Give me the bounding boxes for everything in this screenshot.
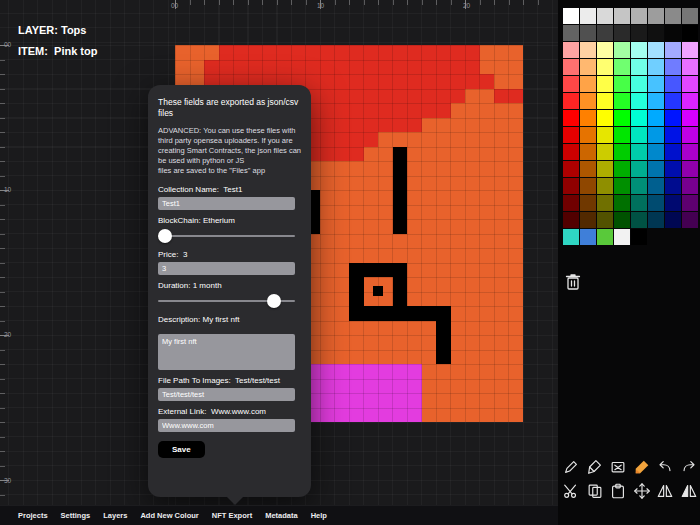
canvas-pixel[interactable] [378,132,393,147]
canvas-pixel[interactable] [480,103,495,118]
canvas-pixel[interactable] [233,60,248,75]
canvas-pixel[interactable] [349,190,364,205]
canvas-pixel[interactable] [335,74,350,89]
canvas-pixel[interactable] [407,379,422,394]
canvas-pixel[interactable] [465,103,480,118]
palette-swatch[interactable] [614,76,630,92]
canvas-pixel[interactable] [349,205,364,220]
canvas-pixel[interactable] [393,219,408,234]
canvas-pixel[interactable] [393,190,408,205]
canvas-pixel[interactable] [175,60,190,75]
canvas-pixel[interactable] [480,190,495,205]
canvas-pixel[interactable] [335,118,350,133]
canvas-pixel[interactable] [378,321,393,336]
canvas-pixel[interactable] [480,364,495,379]
canvas-pixel[interactable] [451,350,466,365]
copy-icon[interactable] [584,480,606,502]
marker-tool-icon[interactable] [631,456,653,478]
canvas-pixel[interactable] [335,379,350,394]
palette-swatch[interactable] [597,229,613,245]
canvas-pixel[interactable] [335,277,350,292]
canvas-pixel[interactable] [320,335,335,350]
palette-swatch[interactable] [682,178,698,194]
canvas-pixel[interactable] [378,263,393,278]
canvas-pixel[interactable] [393,89,408,104]
canvas-pixel[interactable] [494,89,509,104]
canvas-pixel[interactable] [349,176,364,191]
canvas-pixel[interactable] [436,248,451,263]
palette-swatch[interactable] [597,93,613,109]
canvas-pixel[interactable] [422,74,437,89]
canvas-pixel[interactable] [320,118,335,133]
canvas-pixel[interactable] [509,60,524,75]
canvas-pixel[interactable] [494,190,509,205]
canvas-pixel[interactable] [407,408,422,423]
palette-swatch[interactable] [682,110,698,126]
palette-swatch[interactable] [631,8,647,24]
canvas-pixel[interactable] [451,379,466,394]
canvas-pixel[interactable] [335,321,350,336]
canvas-pixel[interactable] [509,277,524,292]
canvas-pixel[interactable] [393,103,408,118]
canvas-pixel[interactable] [451,147,466,162]
canvas-pixel[interactable] [364,147,379,162]
canvas-pixel[interactable] [407,103,422,118]
canvas-pixel[interactable] [451,393,466,408]
canvas-pixel[interactable] [364,103,379,118]
canvas-pixel[interactable] [509,176,524,191]
canvas-pixel[interactable] [378,190,393,205]
canvas-pixel[interactable] [422,190,437,205]
canvas-pixel[interactable] [451,306,466,321]
canvas-pixel[interactable] [451,89,466,104]
canvas-pixel[interactable] [320,379,335,394]
canvas-pixel[interactable] [494,219,509,234]
palette-swatch[interactable] [665,25,681,41]
canvas-pixel[interactable] [393,306,408,321]
palette-swatch[interactable] [580,229,596,245]
canvas-pixel[interactable] [364,219,379,234]
canvas-pixel[interactable] [480,263,495,278]
canvas-pixel[interactable] [335,89,350,104]
canvas-pixel[interactable] [364,306,379,321]
canvas-pixel[interactable] [407,306,422,321]
canvas-pixel[interactable] [378,364,393,379]
canvas-pixel[interactable] [436,335,451,350]
canvas-pixel[interactable] [335,132,350,147]
canvas-pixel[interactable] [320,263,335,278]
canvas-pixel[interactable] [465,335,480,350]
canvas-pixel[interactable] [509,292,524,307]
palette-swatch[interactable] [563,110,579,126]
palette-swatch[interactable] [631,195,647,211]
canvas-pixel[interactable] [335,292,350,307]
canvas-pixel[interactable] [320,306,335,321]
palette-swatch[interactable] [614,161,630,177]
canvas-pixel[interactable] [320,103,335,118]
canvas-pixel[interactable] [465,190,480,205]
canvas-pixel[interactable] [465,205,480,220]
canvas-pixel[interactable] [364,379,379,394]
canvas-pixel[interactable] [335,176,350,191]
canvas-pixel[interactable] [465,118,480,133]
canvas-pixel[interactable] [422,306,437,321]
canvas-pixel[interactable] [465,277,480,292]
canvas-pixel[interactable] [465,45,480,60]
canvas-pixel[interactable] [494,364,509,379]
palette-swatch[interactable] [631,144,647,160]
palette-swatch[interactable] [597,161,613,177]
canvas-pixel[interactable] [378,176,393,191]
canvas-pixel[interactable] [320,364,335,379]
canvas-pixel[interactable] [480,248,495,263]
palette-swatch[interactable] [580,178,596,194]
canvas-pixel[interactable] [436,74,451,89]
palette-swatch[interactable] [682,59,698,75]
canvas-pixel[interactable] [407,277,422,292]
palette-swatch[interactable] [648,127,664,143]
canvas-pixel[interactable] [509,234,524,249]
canvas-pixel[interactable] [465,74,480,89]
canvas-pixel[interactable] [480,132,495,147]
canvas-pixel[interactable] [480,408,495,423]
canvas-pixel[interactable] [436,379,451,394]
canvas-pixel[interactable] [393,60,408,75]
palette-swatch[interactable] [648,93,664,109]
canvas-pixel[interactable] [364,74,379,89]
